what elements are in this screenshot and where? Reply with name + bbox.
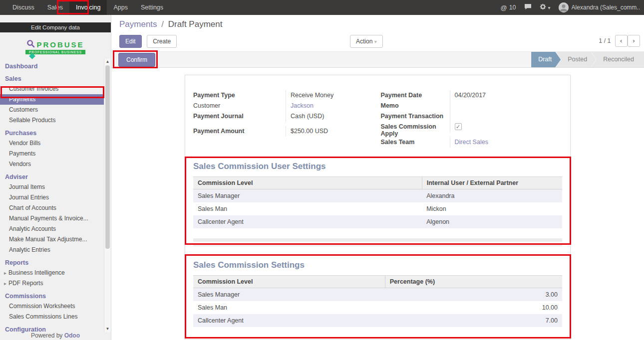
scrollbar-thumb[interactable] — [105, 65, 110, 249]
menu-apps[interactable]: Apps — [107, 0, 134, 15]
sidebar-item-customer-invoices[interactable]: Customer Invoices — [0, 84, 111, 94]
empty-rows-filler — [193, 238, 562, 246]
action-dropdown[interactable]: Action ▾ — [350, 35, 383, 48]
main-content: Payments / Draft Payment Edit Create Act… — [111, 15, 644, 340]
cell-internal-user: Mickon — [422, 202, 562, 215]
column-header-commission-level[interactable]: Commission Level — [193, 276, 385, 288]
caret-down-icon: ▾ — [548, 5, 551, 10]
sidebar-item-commission-worksheets[interactable]: Commission Worksheets — [0, 301, 111, 312]
check-icon: ✓ — [456, 124, 460, 130]
sidebar-item-payments[interactable]: Payments — [0, 94, 111, 105]
cell-percentage: 7.00 — [385, 314, 562, 327]
sidebar-item-chart-of-accounts[interactable]: Chart of Accounts — [0, 203, 111, 213]
sidebar-item-analytic-entries[interactable]: Analytic Entries — [0, 245, 111, 255]
sidebar-item-business-intelligence[interactable]: ▸Business Intelligence — [0, 268, 111, 278]
logo-subtitle: PROFESSIONAL BUSINESS — [25, 50, 85, 54]
debug-menu-button[interactable]: ▾ — [540, 3, 551, 11]
top-navbar: Discuss Sales Invoicing Apps Settings @ … — [0, 0, 644, 15]
field-column-left: Payment Type Receive Money Customer Jack… — [193, 90, 375, 148]
status-posted[interactable]: Posted — [556, 52, 596, 67]
field-column-right: Payment Date 04/20/2017 Memo Payment Tra… — [381, 90, 563, 148]
sidebar-item-journal-entries[interactable]: Journal Entries — [0, 192, 111, 203]
create-button[interactable]: Create — [147, 35, 177, 48]
sidebar-scrollbar[interactable]: ▲ ▼ — [104, 59, 111, 332]
menu-sales[interactable]: Sales — [41, 0, 69, 15]
menu-invoicing[interactable]: Invoicing — [69, 0, 107, 15]
sidebar-section-commissions[interactable]: Commissions — [0, 291, 111, 301]
user-settings-heading: Sales Commission User Settings — [193, 162, 562, 171]
magnifier-icon — [26, 39, 35, 49]
sidebar-section-adviser[interactable]: Adviser — [0, 172, 111, 182]
scroll-up-icon[interactable]: ▲ — [104, 59, 111, 65]
sidebar-item-sellable-products[interactable]: Sellable Products — [0, 115, 111, 126]
column-header-internal-user[interactable]: Internal User / External Partner — [422, 177, 562, 189]
sidebar-item-vendor-bills[interactable]: Vendor Bills — [0, 138, 111, 149]
field-label-payment-transaction: Payment Transaction — [381, 111, 450, 120]
confirm-button[interactable]: Confirm — [118, 53, 155, 67]
edit-button[interactable]: Edit — [119, 35, 142, 48]
sales-team-link[interactable]: Direct Sales — [450, 137, 563, 148]
table-header-row: Commission Level Internal User / Externa… — [193, 177, 562, 189]
powered-by-label: Powered by — [31, 332, 62, 339]
scroll-down-icon[interactable]: ▼ — [104, 326, 111, 332]
sidebar-item-label: Business Intelligence — [8, 269, 65, 276]
pager: 1 / 1 ‹ › — [599, 35, 640, 47]
table-row[interactable]: Callcenter Agent Algenon — [193, 215, 562, 228]
sidebar-section-reports[interactable]: Reports — [0, 258, 111, 268]
field-grid: Payment Type Receive Money Customer Jack… — [193, 90, 562, 148]
customer-link[interactable]: Jackson — [286, 101, 375, 111]
mentions-counter[interactable]: @ 10 — [500, 4, 516, 11]
field-label-payment-date: Payment Date — [381, 90, 450, 99]
status-draft[interactable]: Draft — [531, 52, 561, 67]
company-logo[interactable]: PROBUSE PROFESSIONAL BUSINESS — [0, 32, 111, 58]
menu-discuss[interactable]: Discuss — [6, 0, 41, 15]
column-header-commission-level[interactable]: Commission Level — [193, 177, 422, 189]
pager-next-button[interactable]: › — [628, 35, 640, 47]
sidebar-item-vendors[interactable]: Vendors — [0, 159, 111, 170]
pager-prev-button[interactable]: ‹ — [615, 35, 628, 47]
odoo-link[interactable]: Odoo — [64, 332, 80, 339]
sidebar-item-payments-purchases[interactable]: Payments — [0, 149, 111, 159]
action-label: Action — [356, 38, 372, 45]
sidebar-item-manual-payments[interactable]: Manual Payments & Invoice... — [0, 213, 111, 224]
table-row[interactable]: Sales Manager Alexandra — [193, 189, 562, 203]
chat-bubble-icon — [524, 3, 532, 11]
field-label-payment-journal: Payment Journal — [193, 111, 286, 120]
sidebar-item-dashboard[interactable]: Dashboard — [0, 61, 111, 71]
top-menu-list: Discuss Sales Invoicing Apps Settings — [0, 0, 170, 15]
sales-commission-apply-checkbox[interactable]: ✓ — [455, 123, 462, 130]
table-row[interactable]: Sales Man Mickon — [193, 202, 562, 215]
table-row[interactable]: Sales Manager 3.00 — [193, 288, 562, 302]
field-label-customer: Customer — [193, 101, 286, 109]
user-menu[interactable]: Alexandra (Sales_comm.. — [559, 2, 640, 12]
cell-percentage: 3.00 — [385, 288, 562, 302]
status-reconciled[interactable]: Reconciled — [591, 52, 644, 67]
table-row[interactable]: Callcenter Agent 7.00 — [193, 314, 562, 327]
sidebar-section-sales[interactable]: Sales — [0, 74, 111, 84]
sidebar-item-analytic-accounts[interactable]: Analytic Accounts — [0, 224, 111, 234]
menu-settings[interactable]: Settings — [134, 0, 170, 15]
cell-internal-user: Alexandra — [422, 189, 562, 203]
sidebar-item-sales-commissions-lines[interactable]: Sales Commissions Lines — [0, 312, 111, 322]
cell-commission-level: Sales Man — [193, 301, 385, 314]
breadcrumb-payments[interactable]: Payments — [119, 19, 157, 29]
sidebar-item-pdf-reports[interactable]: ▸PDF Reports — [0, 278, 111, 289]
breadcrumb: Payments / Draft Payment — [119, 19, 222, 29]
table-row[interactable]: Sales Man 10.00 — [193, 301, 562, 314]
sidebar-section-purchases[interactable]: Purchases — [0, 128, 111, 138]
field-value-payment-date: 04/20/2017 — [450, 90, 563, 101]
field-value-sales-commission-apply: ✓ — [450, 122, 563, 132]
at-icon: @ — [500, 4, 507, 11]
edit-company-button[interactable]: Edit Company data — [0, 22, 111, 32]
sidebar-item-customers[interactable]: Customers — [0, 105, 111, 115]
powered-by: Powered by Odoo — [0, 332, 111, 339]
sidebar-item-journal-items[interactable]: Journal Items — [0, 182, 111, 192]
sidebar-item-tax-adjustments[interactable]: Make Manual Tax Adjustme... — [0, 234, 111, 245]
payment-form-sheet: Payment Type Receive Money Customer Jack… — [185, 75, 571, 340]
cell-commission-level: Callcenter Agent — [193, 314, 385, 327]
messages-button[interactable] — [524, 3, 532, 11]
mention-count: 10 — [509, 4, 516, 11]
field-value-payment-journal: Cash (USD) — [286, 111, 375, 122]
column-header-percentage[interactable]: Percentage (%) — [385, 276, 562, 288]
commission-settings-table: Commission Level Percentage (%) Sales Ma… — [193, 275, 562, 327]
